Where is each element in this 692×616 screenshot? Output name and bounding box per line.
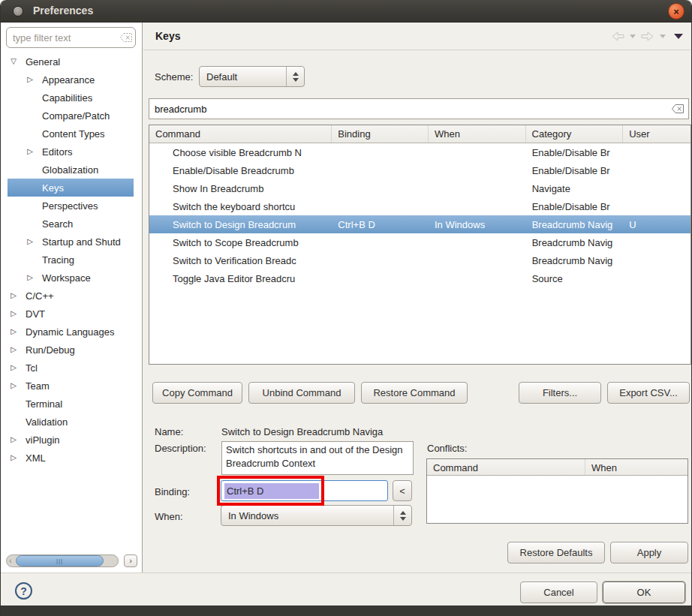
expander-closed-icon[interactable] <box>8 449 19 467</box>
column-header-binding[interactable]: Binding <box>332 125 429 143</box>
expander-open-icon[interactable] <box>8 53 19 71</box>
table-row[interactable]: Show In BreadcrumbNavigate <box>149 179 690 197</box>
expander-closed-icon[interactable] <box>8 377 19 395</box>
tree-item-globalization[interactable]: Globalization <box>1 161 142 179</box>
tree-item-workspace[interactable]: Workspace <box>1 269 142 287</box>
expander-closed-icon[interactable] <box>8 359 19 377</box>
tree-item-compare-patch[interactable]: Compare/Patch <box>1 107 142 125</box>
forward-history-chevron-icon[interactable] <box>660 35 666 38</box>
window-bottom-edge <box>1 605 691 616</box>
copy-command-button[interactable]: Copy Command <box>152 382 242 404</box>
scroll-right-icon[interactable] <box>124 554 137 567</box>
when-select[interactable]: In Windows <box>221 505 412 526</box>
expander-closed-icon[interactable] <box>25 71 35 89</box>
view-menu-icon[interactable] <box>674 34 683 39</box>
tree-item-viplugin[interactable]: viPlugin <box>1 431 142 449</box>
binding-input[interactable]: Ctrl+B D <box>221 480 388 501</box>
column-header-user[interactable]: User <box>623 125 690 143</box>
unbind-command-button[interactable]: Unbind Command <box>248 382 355 404</box>
tree-item-dynamic-languages[interactable]: Dynamic Languages <box>1 323 142 341</box>
expander-closed-icon[interactable] <box>8 305 19 323</box>
description-box: Switch shortcuts in and out of the Desig… <box>221 441 414 475</box>
scrollbar-grip: ||| <box>56 558 63 564</box>
filter-input[interactable] <box>6 27 136 48</box>
column-header-when[interactable]: When <box>429 125 526 143</box>
tree-item-tcl[interactable]: Tcl <box>1 359 142 377</box>
tree-item-c-cpp[interactable]: C/C++ <box>1 287 142 305</box>
table-row[interactable]: Switch to Scope BreadcrumbBreadcrumb Nav… <box>149 233 690 251</box>
clear-filter-icon[interactable] <box>120 33 132 42</box>
preferences-tree: General Appearance Capabilities Compare/… <box>1 53 142 467</box>
tree-item-general[interactable]: General <box>1 53 142 71</box>
filters-button[interactable]: Filters... <box>519 382 601 404</box>
close-icon[interactable] <box>668 3 684 20</box>
when-label: When: <box>155 511 183 522</box>
help-icon[interactable] <box>15 582 32 599</box>
expander-closed-icon[interactable] <box>8 431 19 449</box>
apply-button[interactable]: Apply <box>610 542 688 563</box>
conflicts-column-command[interactable]: Command <box>427 459 585 475</box>
command-search-input[interactable] <box>149 98 689 119</box>
column-header-category[interactable]: Category <box>526 125 624 143</box>
description-label: Description: <box>155 443 206 454</box>
scheme-select[interactable]: Default <box>199 66 305 87</box>
back-arrow-icon[interactable] <box>611 32 624 41</box>
title-bar: Preferences <box>1 0 691 23</box>
table-row[interactable]: Choose visible Breadcrumb NEnable/Disabl… <box>149 143 690 161</box>
tree-item-terminal[interactable]: Terminal <box>1 395 142 413</box>
table-row[interactable]: Switch to Verification BreadcBreadcrumb … <box>149 251 690 269</box>
tree-item-keys[interactable]: Keys <box>1 179 142 197</box>
preferences-sidebar: General Appearance Capabilities Compare/… <box>1 23 143 572</box>
expander-closed-icon[interactable] <box>25 143 35 161</box>
table-header: Command Binding When Category User <box>149 125 690 143</box>
expander-closed-icon[interactable] <box>25 233 35 251</box>
cancel-button[interactable]: Cancel <box>520 581 597 603</box>
tree-item-run-debug[interactable]: Run/Debug <box>1 341 142 359</box>
key-bindings-table: Command Binding When Category User Choos… <box>149 125 691 365</box>
forward-arrow-icon[interactable] <box>641 32 654 41</box>
binding-selected-text: Ctrl+B D <box>224 483 319 499</box>
tree-item-capabilities[interactable]: Capabilities <box>1 89 142 107</box>
export-csv-button[interactable]: Export CSV... <box>607 382 690 404</box>
table-row[interactable]: Switch the keyboard shortcuEnable/Disabl… <box>149 197 690 215</box>
ok-button[interactable]: OK <box>603 581 685 603</box>
table-row[interactable]: Toggle Java Editor BreadcruSource <box>149 269 690 287</box>
sidebar-horizontal-scrollbar[interactable]: ||| <box>6 554 119 567</box>
tree-item-xml[interactable]: XML <box>1 449 142 467</box>
tree-item-validation[interactable]: Validation <box>1 413 142 431</box>
tree-item-perspectives[interactable]: Perspectives <box>1 197 142 215</box>
restore-defaults-button[interactable]: Restore Defaults <box>507 542 605 563</box>
page-title: Keys <box>155 30 180 42</box>
conflicts-table: Command When <box>426 458 688 524</box>
command-search <box>149 98 689 119</box>
expander-closed-icon[interactable] <box>8 323 19 341</box>
scrollbar-thumb[interactable]: ||| <box>16 555 104 566</box>
table-row-selected[interactable]: Switch to Design BreadcrumCtrl+B DIn Win… <box>149 215 690 233</box>
expander-closed-icon[interactable] <box>8 287 19 305</box>
scroll-left-icon[interactable] <box>9 555 12 566</box>
preferences-window: Preferences General Appearance Capabilit… <box>0 0 692 616</box>
conflicts-label: Conflicts: <box>427 443 467 454</box>
tree-item-content-types[interactable]: Content Types <box>1 125 142 143</box>
tree-item-startup-and-shutdown[interactable]: Startup and Shutd <box>1 233 142 251</box>
reverse-binding-button[interactable] <box>393 480 412 501</box>
tree-item-appearance[interactable]: Appearance <box>1 71 142 89</box>
tree-item-tracing[interactable]: Tracing <box>1 251 142 269</box>
window-icon <box>13 6 23 17</box>
tree-item-team[interactable]: Team <box>1 377 142 395</box>
clear-search-icon[interactable] <box>672 104 684 113</box>
column-header-command[interactable]: Command <box>149 125 332 143</box>
tree-item-dvt[interactable]: DVT <box>1 305 142 323</box>
conflicts-column-when[interactable]: When <box>585 459 687 475</box>
table-row[interactable]: Enable/Disable BreadcrumbEnable/Disable … <box>149 161 690 179</box>
restore-command-button[interactable]: Restore Command <box>361 382 468 404</box>
window-title: Preferences <box>33 5 93 17</box>
back-history-chevron-icon[interactable] <box>630 35 636 38</box>
tree-item-search[interactable]: Search <box>1 215 142 233</box>
tree-item-editors[interactable]: Editors <box>1 143 142 161</box>
name-value: Switch to Design Breadcrumb Naviga <box>221 426 411 437</box>
scheme-label: Scheme: <box>155 71 193 83</box>
scheme-value: Default <box>200 71 286 83</box>
expander-closed-icon[interactable] <box>25 269 35 287</box>
expander-closed-icon[interactable] <box>8 341 19 359</box>
